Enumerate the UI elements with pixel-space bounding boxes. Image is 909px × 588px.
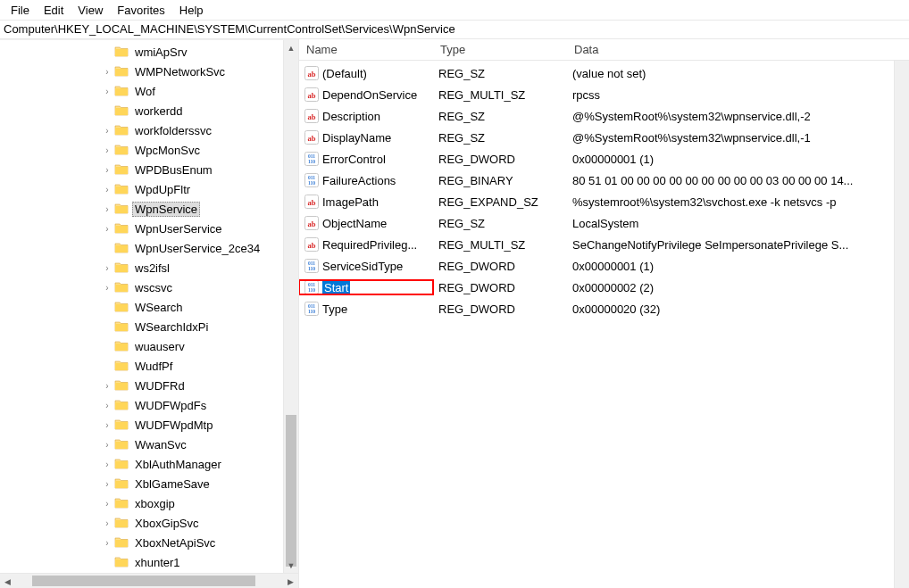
registry-value-row[interactable]: RequiredPrivileg...REG_MULTI_SZSeChangeN… [299,234,909,255]
value-name-cell[interactable]: DependOnService [299,87,433,102]
folder-icon [114,555,129,569]
tree-item[interactable]: ›WpnUserService [0,219,298,238]
tree-item[interactable]: ›xboxgip [0,493,298,513]
chevron-right-icon[interactable]: › [100,535,114,550]
registry-value-row[interactable]: FailureActionsREG_BINARY80 51 01 00 00 0… [299,170,909,191]
scroll-thumb[interactable] [32,576,255,586]
menu-help[interactable]: Help [172,2,211,19]
tree-item-label: ws2ifsl [132,261,172,276]
folder-icon [114,202,129,216]
tree-item[interactable]: ›XblGameSave [0,474,298,493]
chevron-right-icon[interactable]: › [100,202,114,216]
value-type: REG_SZ [433,217,567,230]
chevron-right-icon[interactable]: › [100,476,114,491]
chevron-right-icon[interactable]: › [100,457,114,471]
value-name-cell[interactable]: DisplayName [299,130,433,145]
scroll-right-arrow-icon[interactable]: ▶ [283,574,298,588]
chevron-right-icon[interactable]: › [100,418,114,432]
value-name-cell[interactable]: ObjectName [299,216,433,230]
chevron-right-icon[interactable]: › [100,261,114,275]
tree-item[interactable]: ›WSearch [0,297,298,317]
tree-horizontal-scrollbar[interactable]: ◀ ▶ [0,573,298,588]
scroll-down-arrow-icon[interactable]: ▼ [284,558,298,573]
value-name-cell[interactable]: (Default) [299,66,433,80]
registry-value-row[interactable]: DescriptionREG_SZ@%SystemRoot%\system32\… [299,105,909,127]
value-name-cell[interactable]: ImagePath [299,195,433,209]
tree-item[interactable]: ›XboxNetApiSvc [0,533,298,552]
tree-item[interactable]: ›WwanSvc [0,435,298,454]
tree-item[interactable]: ›wscsvc [0,277,298,297]
tree-item[interactable]: ›wmiApSrv [0,42,298,62]
tree-item[interactable]: ›WPDBusEnum [0,160,298,179]
tree-item[interactable]: ›WpnUserService_2ce34 [0,238,298,258]
column-header-type[interactable]: Type [433,40,567,59]
registry-value-row[interactable]: TypeREG_DWORD0x00000020 (32) [299,298,909,319]
chevron-right-icon[interactable]: › [100,437,114,451]
folder-icon [114,378,129,393]
chevron-right-icon[interactable]: › [100,378,114,393]
registry-value-row[interactable]: DependOnServiceREG_MULTI_SZrpcss [299,84,909,105]
tree-item[interactable]: ›workerdd [0,101,298,120]
column-header-data[interactable]: Data [567,40,909,59]
tree-item[interactable]: ›xhunter1 [0,552,298,572]
tree-item[interactable]: ›ws2ifsl [0,258,298,277]
menu-file[interactable]: File [4,2,37,19]
value-type: REG_SZ [433,110,567,123]
tree-item[interactable]: ›WMPNetworkSvc [0,62,298,81]
reg-binary-icon [304,302,319,316]
tree-item[interactable]: ›Wof [0,81,298,101]
tree-item-label: Wof [132,84,158,99]
chevron-right-icon[interactable]: › [100,84,114,98]
registry-value-row[interactable]: ServiceSidTypeREG_DWORD0x00000001 (1) [299,255,909,277]
reg-binary-icon [304,152,319,166]
registry-value-row[interactable]: ObjectNameREG_SZLocalSystem [299,212,909,234]
scroll-up-arrow-icon[interactable]: ▲ [284,40,298,55]
value-type: REG_MULTI_SZ [433,88,567,102]
menu-favorites[interactable]: Favorites [110,2,171,19]
chevron-right-icon[interactable]: › [100,221,114,236]
menu-view[interactable]: View [71,2,110,19]
registry-value-row[interactable]: StartREG_DWORD0x00000002 (2) [299,277,909,298]
chevron-right-icon[interactable]: › [100,496,114,510]
chevron-right-icon[interactable]: › [100,280,114,294]
tree-item[interactable]: ›WpnService [0,199,298,219]
value-name-cell[interactable]: Start [299,280,433,294]
tree-item[interactable]: ›WpcMonSvc [0,140,298,160]
value-name-cell[interactable]: Description [299,109,433,123]
registry-value-row[interactable]: ImagePathREG_EXPAND_SZ%systemroot%\syste… [299,191,909,212]
tree-item[interactable]: ›WSearchIdxPi [0,317,298,336]
registry-value-row[interactable]: (Default)REG_SZ(value not set) [299,62,909,84]
chevron-right-icon[interactable]: › [100,182,114,196]
tree-item[interactable]: ›XboxGipSvc [0,513,298,533]
value-name: ErrorControl [322,153,428,166]
tree-item[interactable]: ›WUDFWpdFs [0,395,298,415]
chevron-right-icon[interactable]: › [100,143,114,157]
tree-item[interactable]: ›wuauserv [0,336,298,356]
chevron-right-icon[interactable]: › [100,398,114,412]
chevron-right-icon[interactable]: › [100,123,114,137]
value-name-cell[interactable]: ServiceSidType [299,259,433,273]
value-name-cell[interactable]: Type [299,302,433,316]
tree-item[interactable]: ›WpdUpFltr [0,179,298,199]
registry-value-row[interactable]: ErrorControlREG_DWORD0x00000001 (1) [299,148,909,170]
tree-item[interactable]: ›WudfPf [0,356,298,376]
tree-vertical-scrollbar[interactable]: ▲ ▼ [283,40,298,573]
registry-value-row[interactable]: DisplayNameREG_SZ@%SystemRoot%\system32\… [299,127,909,148]
chevron-right-icon[interactable]: › [100,162,114,177]
menu-edit[interactable]: Edit [37,2,71,19]
value-name-cell[interactable]: ErrorControl [299,152,433,166]
value-name-cell[interactable]: RequiredPrivileg... [299,237,433,252]
list-vertical-scrollbar[interactable] [894,61,909,588]
tree-item[interactable]: ›WUDFWpdMtp [0,415,298,435]
reg-string-icon [304,130,319,145]
column-header-name[interactable]: Name [299,40,433,59]
address-bar[interactable]: Computer\HKEY_LOCAL_MACHINE\SYSTEM\Curre… [0,20,909,39]
tree-item[interactable]: ›workfolderssvc [0,120,298,140]
scroll-thumb[interactable] [286,415,296,567]
tree-item[interactable]: ›WUDFRd [0,376,298,395]
scroll-left-arrow-icon[interactable]: ◀ [0,574,15,588]
tree-item[interactable]: ›XblAuthManager [0,454,298,474]
chevron-right-icon[interactable]: › [100,516,114,530]
chevron-right-icon[interactable]: › [100,64,114,79]
value-name-cell[interactable]: FailureActions [299,173,433,187]
